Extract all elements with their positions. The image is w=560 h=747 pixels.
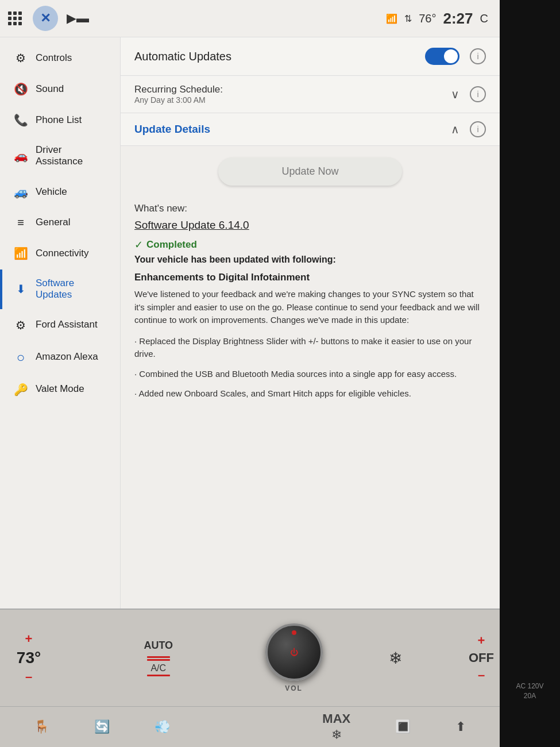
seat-heat-icon: 🪑 <box>34 719 49 734</box>
sync-icon-item[interactable]: 🔄 <box>94 719 110 734</box>
status-left: ✕ ▶▬ <box>6 6 89 31</box>
schedule-chevron[interactable]: ∨ <box>451 87 459 101</box>
sidebar-item-software-updates[interactable]: ⬇ SoftwareUpdates <box>0 269 120 309</box>
sidebar-item-amazon-alexa[interactable]: ○ Amazon Alexa <box>0 341 120 374</box>
auto-label: AUTO <box>144 640 173 652</box>
sidebar-item-valet-mode[interactable]: 🔑 Valet Mode <box>0 375 120 405</box>
temperature-display: 76° <box>419 12 436 25</box>
right-panel: AC 120V20A <box>500 0 560 747</box>
software-updates-icon: ⬇ <box>13 282 29 296</box>
automatic-updates-toggle[interactable] <box>425 48 459 65</box>
automatic-updates-row: Automatic Updates i <box>121 37 500 76</box>
ac-label: A/C <box>150 663 166 673</box>
defrost-rear-icon-item[interactable]: 🔳 <box>395 719 411 734</box>
update-details-controls: ∧ i <box>451 121 486 137</box>
section-heading: Enhancements to Digital Infotainment <box>134 272 486 283</box>
bullet-item-3: · Added new Onboard Scales, and Smart Hi… <box>134 387 486 401</box>
sound-icon: 🔇 <box>13 82 29 96</box>
update-now-button[interactable]: Update Now <box>218 157 402 186</box>
completed-text: Completed <box>146 239 197 251</box>
phone-label: Phone List <box>36 114 82 126</box>
controls-label: Controls <box>36 52 72 64</box>
signal-icon: ⇅ <box>404 13 412 24</box>
software-version: Software Update 6.14.0 <box>134 219 486 232</box>
ford-assistant-label: Ford Assistant <box>36 319 98 330</box>
max-label: MAX <box>322 711 350 726</box>
content-pane: Automatic Updates i Recurring Schedule: … <box>121 37 500 609</box>
defrost-icon: ⬆ <box>455 719 466 734</box>
climate-center-left: AUTO A/C <box>118 640 199 676</box>
sidebar-item-vehicle[interactable]: 🚙 Vehicle <box>0 177 120 207</box>
ac-line-2 <box>147 659 170 661</box>
updated-msg: Your vehicle has been updated with follo… <box>134 255 486 265</box>
airflow-icon-item[interactable]: 💨 <box>155 719 170 734</box>
max-icon-item[interactable]: MAX ❄ <box>322 711 350 742</box>
climate-right-controls: ❄ <box>389 649 402 668</box>
bullet-item-1: · Replaced the Display Brightness Slider… <box>134 335 486 361</box>
update-details-row[interactable]: Update Details ∧ i <box>121 113 500 146</box>
schedule-title: Recurring Schedule: <box>134 84 223 95</box>
bullet-item-2: · Combined the USB and Bluetooth Media s… <box>134 368 486 381</box>
sidebar-item-ford-assistant[interactable]: ⚙ Ford Assistant <box>0 310 120 340</box>
sidebar-item-general[interactable]: ≡ General <box>0 208 120 237</box>
description-text: We've listened to your feedback and we'r… <box>134 288 486 327</box>
left-temp-display: 73° <box>17 649 41 667</box>
amazon-alexa-label: Amazon Alexa <box>36 351 98 363</box>
sidebar-item-driver-assistance[interactable]: 🚗 DriverAssistance <box>0 136 120 176</box>
update-details-chevron[interactable]: ∧ <box>451 122 459 136</box>
update-details-label: Update Details <box>134 123 210 136</box>
sidebar-item-connectivity[interactable]: 📶 Connectivity <box>0 238 120 268</box>
climate-bar: + 73° – AUTO A/C ⏻ VOL ❄ + <box>0 609 500 706</box>
schedule-controls: ∨ i <box>451 86 486 102</box>
phone-icon: 📞 <box>13 113 29 127</box>
left-temp-controls: + 73° – <box>6 632 52 684</box>
left-temp-minus[interactable]: – <box>25 669 32 684</box>
amazon-alexa-icon: ○ <box>13 349 29 365</box>
ac-line-1 <box>147 656 170 658</box>
time-display: 2:27 <box>443 10 473 28</box>
software-updates-label: SoftwareUpdates <box>36 278 74 301</box>
c-label: C <box>480 12 488 25</box>
right-plus[interactable]: + <box>478 633 485 648</box>
sidebar-item-controls[interactable]: ⚙ Controls <box>0 43 120 73</box>
completed-badge: ✓ Completed <box>134 238 486 251</box>
fan-icon[interactable]: ❄ <box>389 649 402 668</box>
grid-icon[interactable] <box>6 9 24 28</box>
off-label: OFF <box>469 650 494 665</box>
defrost-rear-icon: 🔳 <box>395 719 411 734</box>
schedule-row[interactable]: Recurring Schedule: Any Day at 3:00 AM ∨… <box>121 76 500 113</box>
right-minus[interactable]: – <box>478 668 485 683</box>
completed-icon: ✓ <box>134 238 143 251</box>
automatic-updates-info-btn[interactable]: i <box>470 48 486 64</box>
sidebar-item-phone-list[interactable]: 📞 Phone List <box>0 105 120 135</box>
power-icon[interactable]: ⏻ <box>290 648 298 657</box>
connectivity-icon: 📶 <box>13 247 29 260</box>
schedule-info-btn[interactable]: i <box>470 86 486 102</box>
max-defrost-icon: ❄ <box>331 727 342 742</box>
off-controls: + OFF – <box>469 633 494 683</box>
airflow-icon: 💨 <box>155 719 170 734</box>
sound-label: Sound <box>36 83 64 95</box>
schedule-sub: Any Day at 3:00 AM <box>134 95 223 105</box>
main-content: ⚙ Controls 🔇 Sound 📞 Phone List 🚗 Driver… <box>0 37 500 609</box>
media-icon[interactable]: ▶▬ <box>67 11 89 26</box>
vehicle-icon: 🚙 <box>13 185 29 199</box>
automatic-updates-label: Automatic Updates <box>134 50 231 63</box>
valet-mode-label: Valet Mode <box>36 383 84 395</box>
valet-mode-icon: 🔑 <box>13 383 29 396</box>
left-temp-plus[interactable]: + <box>25 632 33 646</box>
status-bar: ✕ ▶▬ 📶 ⇅ 76° 2:27 C <box>0 0 500 37</box>
close-button[interactable]: ✕ <box>33 6 58 31</box>
driver-assistance-icon: 🚗 <box>13 149 29 163</box>
schedule-text: Recurring Schedule: Any Day at 3:00 AM <box>134 84 223 105</box>
ac-indicators: A/C <box>147 656 170 676</box>
seat-heat-icon-item[interactable]: 🪑 <box>34 719 49 734</box>
update-details-info-btn[interactable]: i <box>470 121 486 137</box>
ford-assistant-icon: ⚙ <box>13 318 29 332</box>
vehicle-label: Vehicle <box>36 186 67 198</box>
whats-new-label: What's new: <box>134 203 486 214</box>
sidebar-item-sound[interactable]: 🔇 Sound <box>0 74 120 104</box>
right-panel-label: AC 120V20A <box>516 681 543 701</box>
defrost-icon-item[interactable]: ⬆ <box>455 719 466 734</box>
vol-knob[interactable]: ⏻ <box>265 623 323 681</box>
